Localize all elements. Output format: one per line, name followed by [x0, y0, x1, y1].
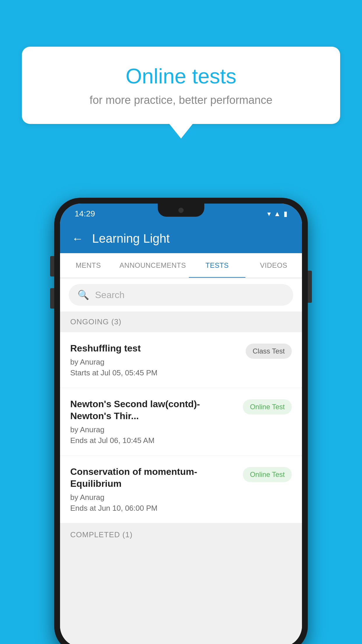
test-title-3: Conservation of momentum-Equilibrium [70, 466, 237, 490]
test-info-2: Newton's Second law(contd)-Newton's Thir… [70, 398, 243, 445]
notch [158, 204, 204, 217]
search-box[interactable]: 🔍 Search [69, 284, 293, 306]
app-title: Learning Light [92, 232, 170, 246]
tab-tests[interactable]: TESTS [189, 253, 245, 278]
test-date-3: Ends at Jun 10, 06:00 PM [70, 504, 237, 513]
camera-dot [178, 208, 184, 213]
search-placeholder: Search [95, 290, 124, 300]
speech-bubble-container: Online tests for more practice, better p… [22, 47, 340, 139]
test-info-3: Conservation of momentum-Equilibrium by … [70, 466, 243, 513]
back-button[interactable]: ← [72, 232, 83, 245]
tab-announcements[interactable]: ANNOUNCEMENTS [117, 253, 189, 278]
phone-screen: 14:29 ▾ ▲ ▮ ← Learning Light MENTS ANNOU… [60, 204, 302, 644]
status-bar: 14:29 ▾ ▲ ▮ [60, 204, 302, 224]
app-bar: ← Learning Light [60, 224, 302, 253]
bubble-arrow [169, 124, 193, 139]
bubble-title: Online tests [45, 64, 317, 88]
wifi-icon: ▾ [267, 210, 271, 218]
test-date-2: Ends at Jul 06, 10:45 AM [70, 436, 237, 445]
status-time: 14:29 [75, 209, 95, 218]
power-button [308, 271, 312, 303]
search-container: 🔍 Search [60, 278, 302, 312]
test-card-3[interactable]: Conservation of momentum-Equilibrium by … [60, 456, 302, 523]
test-card-1[interactable]: Reshuffling test by Anurag Starts at Jul… [60, 332, 302, 388]
tab-videos[interactable]: VIDEOS [245, 253, 302, 278]
test-date-1: Starts at Jul 05, 05:45 PM [70, 368, 240, 377]
bubble-subtitle: for more practice, better performance [45, 94, 317, 106]
test-card-2[interactable]: Newton's Second law(contd)-Newton's Thir… [60, 388, 302, 456]
volume-up-button [50, 256, 54, 276]
test-author-1: by Anurag [70, 358, 240, 367]
signal-icon: ▲ [274, 210, 281, 218]
test-title-2: Newton's Second law(contd)-Newton's Thir… [70, 398, 237, 422]
test-badge-1: Class Test [246, 344, 292, 359]
test-author-2: by Anurag [70, 425, 237, 434]
test-badge-3: Online Test [243, 467, 292, 482]
test-author-3: by Anurag [70, 493, 237, 502]
volume-down-button [50, 288, 54, 309]
content-list: ONGOING (3) Reshuffling test by Anurag S… [60, 312, 302, 644]
tab-ments[interactable]: MENTS [60, 253, 117, 278]
test-badge-2: Online Test [243, 399, 292, 414]
completed-section-header: COMPLETED (1) [60, 524, 302, 545]
status-icons: ▾ ▲ ▮ [267, 210, 287, 218]
tabs-bar: MENTS ANNOUNCEMENTS TESTS VIDEOS [60, 253, 302, 278]
test-info-1: Reshuffling test by Anurag Starts at Jul… [70, 342, 246, 377]
battery-icon: ▮ [284, 210, 287, 218]
ongoing-section-header: ONGOING (3) [60, 312, 302, 332]
search-icon: 🔍 [78, 289, 89, 300]
phone-frame: 14:29 ▾ ▲ ▮ ← Learning Light MENTS ANNOU… [54, 198, 308, 644]
test-title-1: Reshuffling test [70, 342, 240, 355]
speech-bubble: Online tests for more practice, better p… [22, 47, 340, 124]
